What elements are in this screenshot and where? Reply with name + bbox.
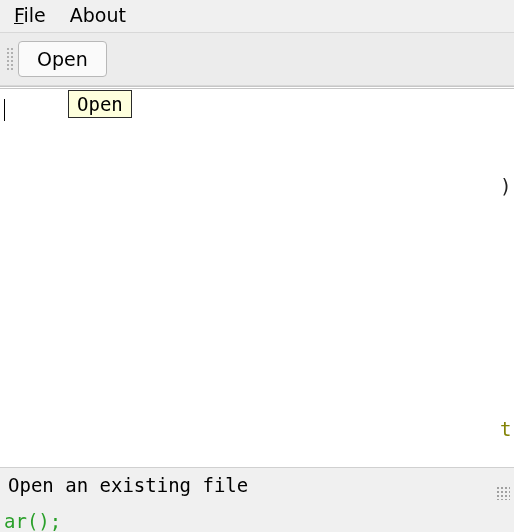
statusbar: Open an existing file <box>0 467 514 504</box>
menu-about[interactable]: About <box>70 4 126 26</box>
status-text: Open an existing file <box>8 474 248 496</box>
toolbar-grip-icon <box>6 47 14 71</box>
text-caret-icon <box>4 99 5 121</box>
menu-file[interactable]: File <box>14 4 46 26</box>
toolbar: Open <box>0 32 514 86</box>
text-editor[interactable] <box>0 89 500 467</box>
background-bottom-fragment: ar(); <box>0 510 65 532</box>
editor-area: ) t n t A <box>0 86 514 467</box>
open-button-tooltip: Open <box>68 90 132 118</box>
menubar: File About <box>0 0 514 32</box>
background-code-fragment: ) t n t A <box>500 89 514 467</box>
size-grip-icon[interactable] <box>496 486 510 500</box>
open-button[interactable]: Open <box>18 41 107 77</box>
